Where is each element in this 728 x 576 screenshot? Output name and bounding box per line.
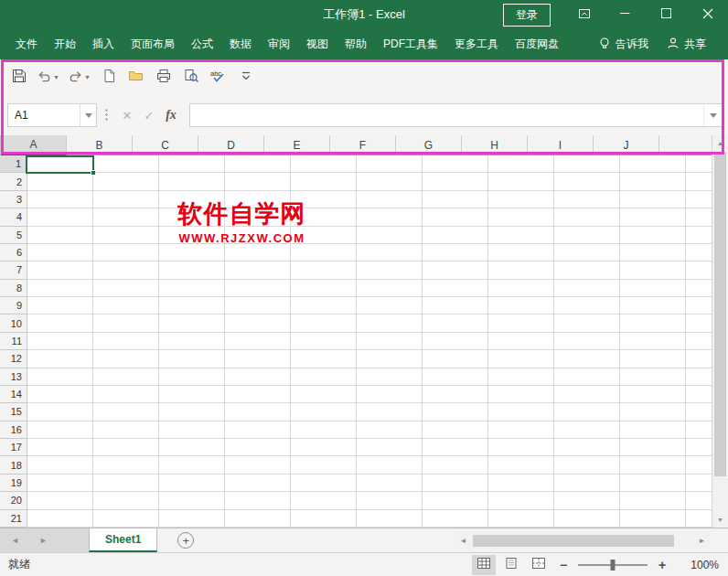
cell-H16[interactable] xyxy=(488,421,554,439)
cell-B5[interactable] xyxy=(93,227,159,244)
cell-J20[interactable] xyxy=(620,492,686,509)
row-header-2[interactable]: 2 xyxy=(0,173,27,190)
cell-D4[interactable] xyxy=(225,208,291,226)
next-sheet-icon[interactable]: ► xyxy=(39,536,48,545)
row-header-14[interactable]: 14 xyxy=(0,386,27,403)
cell-J21[interactable] xyxy=(620,510,686,528)
row-header-12[interactable]: 12 xyxy=(0,350,27,368)
cell-D21[interactable] xyxy=(225,510,291,528)
cell-D20[interactable] xyxy=(225,492,291,509)
row-header-17[interactable]: 17 xyxy=(0,439,27,456)
cell-A1[interactable] xyxy=(27,155,93,173)
cell-D8[interactable] xyxy=(225,280,291,297)
cell-I21[interactable] xyxy=(554,510,620,528)
zoom-slider[interactable] xyxy=(578,564,648,566)
cell-H8[interactable] xyxy=(488,280,554,297)
cell-H18[interactable] xyxy=(488,456,554,474)
cell-E18[interactable] xyxy=(291,456,357,474)
cell-J13[interactable] xyxy=(620,368,686,386)
cell-J8[interactable] xyxy=(620,280,686,297)
cell-H9[interactable] xyxy=(488,297,554,315)
zoom-in-button[interactable]: + xyxy=(653,555,671,575)
cell-E1[interactable] xyxy=(291,155,357,173)
column-header-G[interactable]: G xyxy=(396,135,462,155)
cell-C14[interactable] xyxy=(159,386,225,403)
cell-D11[interactable] xyxy=(225,333,291,350)
row-header-11[interactable]: 11 xyxy=(0,333,27,350)
row-header-15[interactable]: 15 xyxy=(0,403,27,421)
column-header-J[interactable]: J xyxy=(594,135,659,155)
cell-B20[interactable] xyxy=(93,492,159,509)
cell-H3[interactable] xyxy=(488,191,554,208)
redo-button[interactable]: ▼ xyxy=(66,65,93,91)
cell-B12[interactable] xyxy=(93,350,159,368)
column-header-F[interactable]: F xyxy=(330,135,396,155)
cell-C9[interactable] xyxy=(159,297,225,315)
cell-I7[interactable] xyxy=(554,261,620,279)
cell-D17[interactable] xyxy=(225,439,291,456)
menu-tab-home[interactable]: 开始 xyxy=(46,29,84,59)
cell-C19[interactable] xyxy=(159,475,225,492)
cell-D13[interactable] xyxy=(225,368,291,386)
zoom-slider-thumb[interactable] xyxy=(611,560,616,571)
row-header-18[interactable]: 18 xyxy=(0,456,27,474)
cell-I4[interactable] xyxy=(554,208,620,226)
cell-D2[interactable] xyxy=(225,173,291,190)
cell-F5[interactable] xyxy=(357,227,423,244)
menu-tab-pdf-tools[interactable]: PDF工具集 xyxy=(375,29,446,59)
spelling-button[interactable]: abc xyxy=(207,65,230,91)
cell-G1[interactable] xyxy=(423,155,488,173)
new-workbook-button[interactable] xyxy=(97,65,121,91)
cell-F21[interactable] xyxy=(357,510,423,528)
cell-A6[interactable] xyxy=(27,244,93,261)
cell-G14[interactable] xyxy=(423,386,488,403)
cell-J10[interactable] xyxy=(620,315,686,332)
cell-I16[interactable] xyxy=(554,421,620,439)
cell-A12[interactable] xyxy=(27,350,93,368)
cell-E14[interactable] xyxy=(291,386,357,403)
cell-D9[interactable] xyxy=(225,297,291,315)
cell-D18[interactable] xyxy=(225,456,291,474)
cell-J3[interactable] xyxy=(620,191,686,208)
cell-B11[interactable] xyxy=(93,333,159,350)
row-header-10[interactable]: 10 xyxy=(0,315,27,332)
undo-dropdown-icon[interactable]: ▼ xyxy=(53,74,59,80)
sheet-navigation[interactable]: ◄ ► xyxy=(0,528,89,552)
print-preview-button[interactable] xyxy=(179,65,203,91)
menu-tab-insert[interactable]: 插入 xyxy=(84,29,123,59)
cell-H2[interactable] xyxy=(488,173,554,190)
cell-A11[interactable] xyxy=(27,333,93,350)
cell-E12[interactable] xyxy=(291,350,357,368)
cell-A19[interactable] xyxy=(27,475,93,492)
row-header-21[interactable]: 21 xyxy=(0,510,27,528)
cell-C4[interactable] xyxy=(159,208,225,226)
cell-I13[interactable] xyxy=(554,368,620,386)
cell-G11[interactable] xyxy=(423,333,488,350)
cell-J1[interactable] xyxy=(620,155,686,173)
cell-I10[interactable] xyxy=(554,315,620,332)
cell-A18[interactable] xyxy=(27,456,93,474)
cell-E17[interactable] xyxy=(291,439,357,456)
cell-I1[interactable] xyxy=(554,155,620,173)
menu-tab-data[interactable]: 数据 xyxy=(221,29,260,59)
cell-I12[interactable] xyxy=(554,350,620,368)
cell-D7[interactable] xyxy=(225,261,291,279)
cell-C5[interactable] xyxy=(159,227,225,244)
select-all-corner[interactable] xyxy=(0,135,1,155)
horizontal-scroll-thumb[interactable] xyxy=(473,535,674,547)
cell-B2[interactable] xyxy=(93,173,159,190)
cell-A5[interactable] xyxy=(27,227,93,244)
cell-A16[interactable] xyxy=(27,421,93,439)
cell-J6[interactable] xyxy=(620,244,686,261)
cell-G13[interactable] xyxy=(423,368,488,386)
menu-tab-page-layout[interactable]: 页面布局 xyxy=(123,29,183,59)
cell-G6[interactable] xyxy=(423,244,488,261)
cell-C2[interactable] xyxy=(159,173,225,190)
horizontal-scrollbar[interactable]: ◄ ► xyxy=(455,533,710,549)
cell-J17[interactable] xyxy=(620,439,686,456)
zoom-out-button[interactable]: − xyxy=(554,555,573,575)
cell-H15[interactable] xyxy=(488,403,554,421)
cell-A7[interactable] xyxy=(27,261,93,279)
cell-E3[interactable] xyxy=(291,191,357,208)
menu-tab-formulas[interactable]: 公式 xyxy=(183,29,221,59)
